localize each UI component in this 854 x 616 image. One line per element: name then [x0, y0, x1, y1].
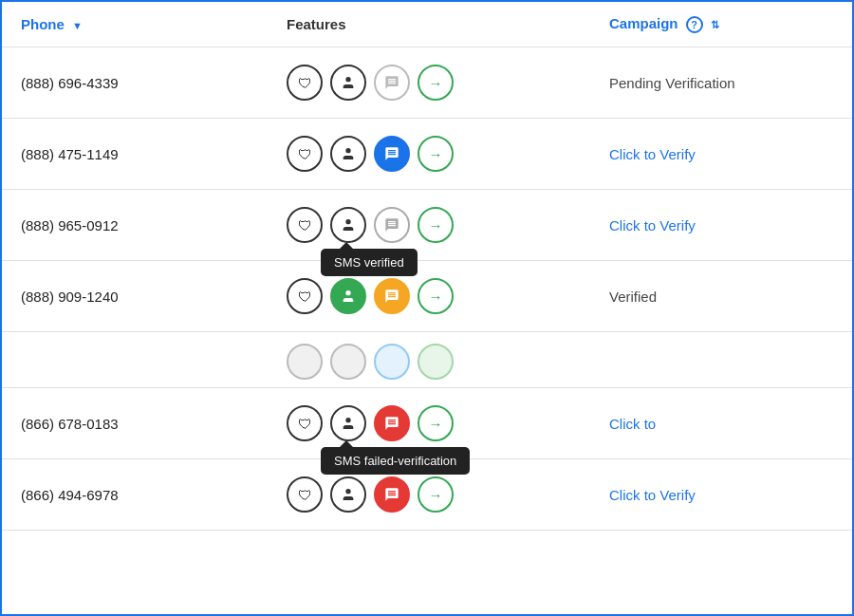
shield-icon[interactable]: 🛡 — [287, 65, 323, 101]
svg-point-2 — [345, 219, 350, 224]
table-row: (888) 909-1240 🛡 → Verified — [2, 261, 852, 332]
forward-icon-partial — [418, 344, 454, 380]
campaign-sort-icon[interactable]: ⇅ — [711, 19, 719, 31]
sms-icon[interactable] — [374, 207, 410, 243]
svg-point-3 — [345, 290, 350, 295]
phone-number: (888) 475-1149 — [2, 119, 268, 190]
partial-icons-group — [287, 344, 571, 380]
features-icons-cell: 🛡 → SMS failed-verification — [268, 388, 590, 459]
campaign-status: Pending Verification — [590, 47, 852, 119]
table-row: (888) 965-0912 🛡 → SMS verified Click to… — [2, 190, 852, 261]
person-icon[interactable] — [330, 476, 366, 513]
features-icons-cell: 🛡 → — [268, 261, 590, 332]
person-icon[interactable] — [330, 278, 366, 314]
campaign-status[interactable]: Click to Verify — [590, 119, 852, 190]
table-row: (888) 696-4339 🛡 → Pending Verification — [2, 47, 852, 119]
table-row: (866) 494-6978 🛡 → Click to Verify — [2, 459, 852, 531]
phone-header-label: Phone — [21, 16, 65, 32]
shield-icon[interactable]: 🛡 — [287, 136, 323, 172]
features-icons-group: 🛡 → SMS verified — [287, 207, 571, 243]
features-icons-cell — [268, 332, 590, 388]
person-icon[interactable] — [330, 136, 366, 172]
forward-icon[interactable]: → — [418, 476, 454, 513]
phone-sort-icon: ▼ — [72, 20, 83, 31]
shield-icon[interactable]: 🛡 — [287, 405, 323, 441]
shield-icon[interactable]: 🛡 — [287, 476, 323, 513]
shield-icon[interactable]: 🛡 — [287, 278, 323, 314]
table-row: (866) 678-0183 🛡 → SMS failed-verificati… — [2, 388, 852, 459]
svg-point-5 — [345, 489, 350, 494]
sms-icon[interactable] — [374, 65, 410, 101]
features-icons-group: 🛡 → — [287, 476, 571, 513]
features-icons-group: 🛡 → — [287, 65, 571, 101]
phone-column-header[interactable]: Phone ▼ — [2, 2, 268, 47]
table-row: (888) 475-1149 🛡 → Click to Verify — [2, 119, 852, 190]
shield-icon[interactable]: 🛡 — [287, 207, 323, 243]
phone-number: (888) 909-1240 — [2, 261, 268, 332]
svg-point-4 — [345, 418, 350, 422]
person-icon-partial — [330, 344, 366, 380]
sms-icon-partial — [374, 344, 410, 380]
phone-number: (888) 965-0912 — [2, 190, 268, 261]
features-icons-group: 🛡 → — [287, 136, 571, 172]
phone-number: (866) 494-6978 — [2, 459, 268, 531]
campaign-status[interactable]: Click to Verify — [590, 459, 852, 531]
person-icon[interactable] — [330, 65, 366, 101]
forward-icon[interactable]: → — [418, 207, 454, 243]
campaign-column-header[interactable]: Campaign ? ⇅ — [590, 2, 852, 47]
sms-icon[interactable] — [374, 476, 410, 513]
forward-icon[interactable]: → — [418, 136, 454, 172]
features-icons-group: 🛡 → — [287, 278, 571, 314]
forward-icon[interactable]: → — [418, 65, 454, 101]
campaign-status[interactable]: Click to — [590, 388, 852, 459]
features-icons-cell: 🛡 → SMS verified — [268, 190, 590, 261]
forward-icon[interactable]: → — [418, 405, 454, 441]
campaign-header-label: Campaign — [609, 15, 678, 31]
person-icon[interactable] — [330, 207, 366, 243]
features-icons-cell: 🛡 → — [268, 459, 590, 531]
campaign-help-icon[interactable]: ? — [686, 16, 703, 33]
phone-number: (888) 696-4339 — [2, 47, 268, 119]
shield-icon-partial — [287, 344, 323, 380]
svg-point-1 — [345, 148, 350, 153]
forward-icon[interactable]: → — [418, 278, 454, 314]
campaign-status: Verified — [590, 261, 852, 332]
features-column-header: Features — [268, 2, 590, 47]
table-row-partial — [2, 332, 852, 388]
features-icons-group: 🛡 → SMS failed-verification — [287, 405, 571, 441]
campaign-status-partial — [590, 332, 852, 388]
phone-number — [2, 332, 268, 388]
features-icons-cell: 🛡 → — [268, 119, 590, 190]
features-header-label: Features — [287, 16, 346, 32]
campaign-status[interactable]: Click to Verify — [590, 190, 852, 261]
phone-number: (866) 678-0183 — [2, 388, 268, 459]
sms-icon[interactable] — [374, 136, 410, 172]
person-icon[interactable] — [330, 405, 366, 441]
sms-icon[interactable] — [374, 278, 410, 314]
sms-icon[interactable] — [374, 405, 410, 441]
svg-point-0 — [345, 77, 350, 82]
features-icons-cell: 🛡 → — [268, 47, 590, 119]
